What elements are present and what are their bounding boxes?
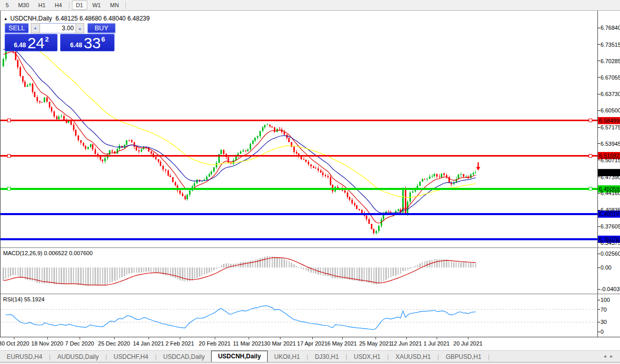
buy-price-display[interactable]: 6.48336 (60, 34, 115, 51)
tab-scroll-right-icon[interactable]: ▸ (610, 353, 617, 359)
svg-text:30 Mar 2021: 30 Mar 2021 (264, 340, 296, 347)
chart-tab-usdx[interactable]: USDX,H1 (347, 352, 387, 362)
svg-text:0.00: 0.00 (600, 264, 611, 271)
svg-text:6.57175: 6.57175 (600, 124, 620, 130)
svg-text:25 May 2021: 25 May 2021 (359, 340, 392, 347)
svg-text:20 Feb 2021: 20 Feb 2021 (199, 340, 231, 347)
chart-symbol-label: USDCNH,Daily (10, 15, 52, 22)
timeframe-toolbar: 5M30H1H4D1W1MN (0, 0, 620, 11)
timeframe-button-m30[interactable]: M30 (14, 1, 33, 10)
svg-text:6.40835: 6.40835 (600, 207, 620, 213)
svg-text:0: 0 (600, 329, 604, 335)
status-bar (0, 362, 620, 364)
level-line-handle[interactable] (589, 119, 592, 122)
chart-tab-bar: ◂▸ EURUSD,H4|AUDUSD,Daily|USDCHF,H4|USDC… (0, 350, 620, 362)
svg-text:25 Dec 2020: 25 Dec 2020 (98, 340, 130, 347)
chart-tab-gbpusd[interactable]: GBPUSD,H1 (439, 352, 488, 362)
svg-text:30 Oct 2020: 30 Oct 2020 (0, 340, 29, 347)
svg-text:7 Dec 2020: 7 Dec 2020 (65, 340, 94, 347)
svg-text:11 Mar 2021: 11 Mar 2021 (233, 340, 265, 347)
svg-text:1 Jul 2021: 1 Jul 2021 (424, 340, 450, 347)
volume-increase-button[interactable]: ▲ (76, 23, 85, 33)
timeframe-button-5[interactable]: 5 (2, 1, 13, 10)
level-line-handle[interactable] (589, 187, 592, 190)
svg-text:20 Jul 2021: 20 Jul 2021 (454, 340, 483, 347)
buy-price-superscript: 6 (101, 35, 105, 43)
svg-text:2 Feb 2021: 2 Feb 2021 (165, 340, 194, 347)
timeframe-button-w1[interactable]: W1 (88, 1, 105, 10)
toolbar-separator (125, 2, 126, 9)
level-line-handle[interactable] (7, 119, 10, 122)
buy-price-prefix: 6.48 (70, 42, 82, 49)
chart-tab-usdcnh[interactable]: USDCNH,Daily (211, 351, 267, 362)
terminal-window: 5M30H1H4D1W1MN 6.584996.515826.450596.40… (0, 0, 620, 364)
svg-text:6.44160: 6.44160 (600, 190, 620, 196)
svg-text:6.60500: 6.60500 (600, 107, 620, 113)
sell-price-superscript: 2 (45, 35, 49, 43)
svg-text:6 May 2021: 6 May 2021 (327, 340, 356, 347)
toolbar-separator (69, 2, 69, 9)
svg-text:6.53945: 6.53945 (600, 141, 620, 147)
svg-text:6.76840: 6.76840 (600, 25, 620, 31)
svg-text:18 Nov 2020: 18 Nov 2020 (31, 340, 63, 347)
sell-price-big: 24 (27, 36, 44, 50)
chart-tab-usdchf[interactable]: USDCHF,H4 (107, 352, 155, 362)
svg-text:-0.04038: -0.04038 (600, 286, 620, 292)
svg-text:6.73515: 6.73515 (600, 42, 620, 48)
svg-text:14 Jan 2021: 14 Jan 2021 (133, 340, 164, 347)
one-click-trade-panel: SELL ▼ ▲ BUY 6.48242 6.48336 (5, 23, 116, 51)
svg-text:70: 70 (600, 306, 607, 313)
tab-scroll-left-icon[interactable]: ◂ (604, 353, 610, 359)
svg-text:6.37605: 6.37605 (600, 223, 620, 229)
volume-input[interactable] (40, 23, 76, 33)
buy-button[interactable]: BUY (87, 23, 116, 33)
current-price-label: 6.48239 (598, 169, 620, 176)
svg-text:6.48239: 6.48239 (599, 169, 619, 176)
candlestick-chart[interactable]: 6.584996.515826.450596.400196.350786.768… (0, 11, 620, 350)
macd-indicator-label: MACD(12,26,9) 0.006522 0.007600 (3, 250, 92, 256)
timeframe-button-h1[interactable]: H1 (34, 1, 50, 10)
chart-tab-dj30[interactable]: DJ30,H1 (308, 352, 346, 362)
buy-price-big: 33 (84, 36, 101, 50)
tab-scroll-arrows[interactable]: ◂▸ (604, 353, 617, 359)
svg-text:6.63730: 6.63730 (600, 91, 620, 97)
sell-price-prefix: 6.48 (14, 42, 26, 49)
timeframe-button-d1[interactable]: D1 (72, 1, 87, 10)
svg-text:6.58499: 6.58499 (599, 118, 619, 124)
chart-tab-usdcad[interactable]: USDCAD,Daily (157, 352, 212, 362)
svg-text:0.025609: 0.025609 (600, 251, 620, 257)
rsi-indicator-label: RSI(14) 55.1924 (3, 296, 45, 302)
chart-area[interactable]: 6.584996.515826.450596.400196.350786.768… (0, 11, 620, 350)
svg-text:6.67055: 6.67055 (600, 74, 620, 81)
svg-text:100: 100 (600, 297, 610, 303)
collapse-triangle-icon[interactable]: ▲ (4, 16, 8, 21)
svg-text:17 Apr 2021: 17 Apr 2021 (297, 340, 327, 347)
chart-tab-eurusd[interactable]: EURUSD,H4 (0, 352, 49, 362)
chart-ohlc-values: 6.48125 6.48680 6.48040 6.48239 (55, 15, 150, 22)
timeframe-button-h4[interactable]: H4 (51, 1, 66, 10)
sell-price-display[interactable]: 6.48242 (5, 34, 58, 51)
chart-tab-ukoil[interactable]: UKOil,H1 (268, 352, 307, 362)
chart-tab-xauusd[interactable]: XAUUSD,H1 (389, 352, 438, 362)
svg-text:30: 30 (600, 319, 607, 325)
svg-text:6.70285: 6.70285 (600, 58, 620, 64)
volume-decrease-button[interactable]: ▼ (31, 23, 40, 33)
chart-tab-audusd[interactable]: AUDUSD,Daily (50, 352, 105, 362)
svg-text:6.50715: 6.50715 (600, 157, 620, 163)
svg-text:12 Jun 2021: 12 Jun 2021 (391, 340, 422, 347)
timeframe-button-mn[interactable]: MN (106, 1, 123, 10)
level-line-handle[interactable] (7, 154, 10, 157)
tab-separator: | (488, 352, 490, 362)
svg-text:6.34375: 6.34375 (600, 240, 620, 246)
sell-button[interactable]: SELL (5, 23, 29, 33)
chart-title: ▲USDCNH,Daily 6.48125 6.48680 6.48040 6.… (4, 15, 149, 22)
level-line-handle[interactable] (7, 187, 10, 190)
level-line-handle[interactable] (589, 154, 592, 157)
